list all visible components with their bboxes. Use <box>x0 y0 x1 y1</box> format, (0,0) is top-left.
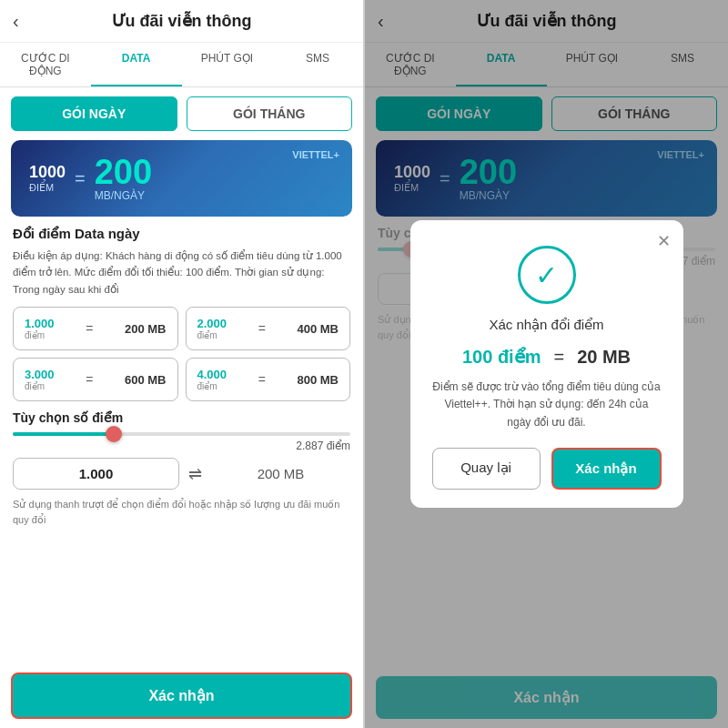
banner-right-1: 200 MB/NGÀY <box>95 155 152 202</box>
banner-logo-1: VIETTEL+ <box>292 149 339 160</box>
exchange-box-1-3[interactable]: 3.000 điểm = 600 MB <box>13 358 178 401</box>
hint-text-1: Sử dụng thanh trượt để chọn điểm đổi hoặ… <box>13 497 350 527</box>
points-input-1[interactable]: 1.000 <box>13 458 179 490</box>
modal-points: 100 điểm <box>462 346 541 368</box>
slider-thumb-1[interactable] <box>106 426 122 442</box>
modal-desc: Điểm sẽ được trừ vào tổng điểm tiêu dùng… <box>432 379 662 431</box>
tab-sms-1[interactable]: SMS <box>272 43 363 86</box>
section-title-1: Đổi điểm Data ngày <box>13 226 350 242</box>
banner-mb-value-1: 200 <box>95 155 152 189</box>
goi-ngay-button-1[interactable]: GÓI NGÀY <box>11 96 177 131</box>
section-desc-1: Điều kiện áp dụng: Khách hàng di động có… <box>13 248 350 298</box>
panel-2: ‹ Ưu đãi viễn thông CƯỚC DI ĐỘNG DATA PH… <box>365 0 728 728</box>
modal-close-icon[interactable]: ✕ <box>657 231 671 251</box>
tab-phut-goi-1[interactable]: PHÚT GỌI <box>182 43 273 86</box>
mb-input-1: 200 MB <box>211 466 350 481</box>
tab-cuoc-di-dong-1[interactable]: CƯỚC DI ĐỘNG <box>0 43 91 86</box>
modal-confirm-button[interactable]: Xác nhận <box>551 448 662 490</box>
exchange-box-1-1[interactable]: 1.000 điểm = 200 MB <box>13 307 178 350</box>
tab-data-1[interactable]: DATA <box>91 43 182 86</box>
modal-check-circle: ✓ <box>518 246 576 304</box>
input-row-1: 1.000 ⇌ 200 MB <box>13 458 350 490</box>
header-1: ‹ Ưu đãi viễn thông <box>0 0 363 43</box>
slider-track-1 <box>13 432 350 436</box>
page-title-1: Ưu đãi viễn thông <box>112 11 252 31</box>
exchange-grid-1: 1.000 điểm = 200 MB 2.000 điểm = 400 MB … <box>13 307 350 401</box>
exchange-box-1-4[interactable]: 4.000 điểm = 800 MB <box>186 358 351 401</box>
slider-max-1: 2.887 điểm <box>13 440 350 452</box>
modal-btn-row: Quay lại Xác nhận <box>432 448 662 490</box>
slider-fill-1 <box>13 432 114 436</box>
banner-left-1: 1000 ĐIỂM <box>29 163 66 194</box>
modal-exchange-row: 100 điểm = 20 MB <box>462 346 631 368</box>
goi-thang-button-1[interactable]: GÓI THÁNG <box>187 96 353 131</box>
banner-diem-label-1: ĐIỂM <box>29 182 66 194</box>
panel-1: ‹ Ưu đãi viễn thông CƯỚC DI ĐỘNG DATA PH… <box>0 0 363 728</box>
banner-1: 1000 ĐIỂM = 200 MB/NGÀY VIETTEL+ <box>11 140 352 217</box>
modal-cancel-button[interactable]: Quay lại <box>432 448 541 490</box>
tuy-chon-label-1: Tùy chọn số điểm <box>13 410 350 425</box>
banner-mb-unit-1: MB/NGÀY <box>95 189 152 202</box>
exchange-box-1-2[interactable]: 2.000 điểm = 400 MB <box>186 307 351 350</box>
modal-eq: = <box>553 347 564 368</box>
input-eq-1: ⇌ <box>188 464 202 484</box>
goi-row-1: GÓI NGÀY GÓI THÁNG <box>0 87 363 140</box>
modal-box: ✕ ✓ Xác nhận đổi điểm 100 điểm = 20 MB Đ… <box>410 220 683 508</box>
modal-title: Xác nhận đổi điểm <box>489 317 603 333</box>
banner-eq-1: = <box>75 168 86 189</box>
confirm-button-1[interactable]: Xác nhận <box>11 672 352 719</box>
modal-mb: 20 MB <box>577 347 631 368</box>
banner-points-1: 1000 <box>29 163 66 182</box>
section-1: Đổi điểm Data ngày Điều kiện áp dụng: Kh… <box>0 217 363 667</box>
modal-overlay: ✕ ✓ Xác nhận đổi điểm 100 điểm = 20 MB Đ… <box>365 0 728 728</box>
tabs-1: CƯỚC DI ĐỘNG DATA PHÚT GỌI SMS <box>0 43 363 87</box>
back-button-1[interactable]: ‹ <box>13 11 19 32</box>
modal-check-icon: ✓ <box>535 259 558 291</box>
slider-container-1[interactable] <box>13 432 350 436</box>
